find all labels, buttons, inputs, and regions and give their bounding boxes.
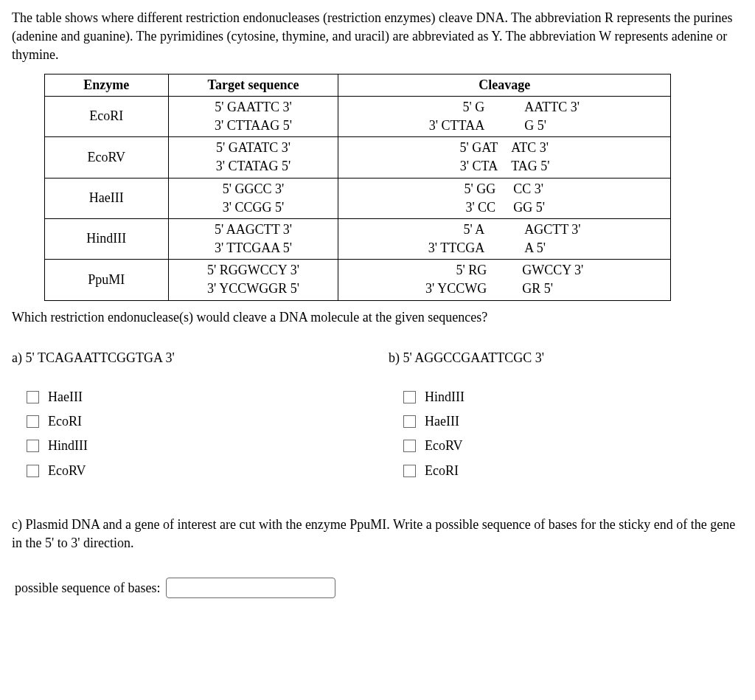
part-c-text: c) Plasmid DNA and a gene of interest ar… bbox=[12, 516, 743, 552]
checkbox-option: HindIII bbox=[403, 388, 743, 406]
a-checkbox-ecorv[interactable] bbox=[27, 465, 39, 477]
target-cell: 5' GGCC 3'3' CCGG 5' bbox=[168, 178, 338, 218]
question-text: Which restriction endonuclease(s) would … bbox=[12, 308, 743, 327]
part-b-label: b) 5' AGGCCGAATTCGC 3' bbox=[389, 349, 743, 367]
option-label: EcoRI bbox=[48, 412, 82, 431]
part-a-label: a) 5' TCAGAATTCGGTGA 3' bbox=[12, 349, 366, 367]
table-row: PpuMI5' RGGWCCY 3'3' YCCWGGR 5'5' RGGWCC… bbox=[45, 260, 671, 300]
checkbox-option: HaeIII bbox=[403, 412, 743, 431]
enzyme-cell: EcoRI bbox=[45, 96, 169, 136]
b-checkbox-ecorv[interactable] bbox=[403, 440, 416, 452]
option-label: EcoRV bbox=[425, 437, 463, 455]
cleavage-cell: 5' RGGWCCY 3'3' YCCWGGR 5' bbox=[338, 260, 671, 300]
th-target: Target sequence bbox=[168, 74, 338, 96]
option-label: EcoRV bbox=[48, 462, 86, 480]
b-checkbox-haeiii[interactable] bbox=[403, 415, 416, 428]
checkbox-option: EcoRV bbox=[403, 437, 743, 455]
enzyme-cell: HaeIII bbox=[45, 178, 169, 218]
target-cell: 5' AAGCTT 3'3' TTCGAA 5' bbox=[168, 218, 338, 259]
part-b: b) 5' AGGCCGAATTCGC 3' HindIIIHaeIIIEcoR… bbox=[389, 349, 743, 486]
table-row: EcoRI5' GAATTC 3'3' CTTAAG 5'5' GAATTC 3… bbox=[45, 96, 671, 136]
option-label: HindIII bbox=[425, 388, 465, 406]
option-label: HindIII bbox=[48, 437, 88, 455]
th-cleavage: Cleavage bbox=[338, 74, 671, 96]
b-checkbox-hindiii[interactable] bbox=[403, 391, 416, 403]
checkbox-option: EcoRV bbox=[27, 462, 366, 480]
intro-text: The table shows where different restrict… bbox=[12, 9, 743, 65]
checkbox-option: HindIII bbox=[27, 437, 366, 455]
table-row: EcoRV5' GATATC 3'3' CTATAG 5'5' GATATC 3… bbox=[45, 137, 671, 178]
checkbox-option: EcoRI bbox=[403, 462, 743, 480]
a-checkbox-hindiii[interactable] bbox=[27, 440, 39, 452]
sequence-input[interactable] bbox=[166, 578, 335, 598]
checkbox-option: EcoRI bbox=[27, 412, 366, 431]
cleavage-cell: 5' GAATTC 3'3' CTTAAG 5' bbox=[338, 96, 671, 136]
option-label: EcoRI bbox=[425, 462, 459, 480]
a-checkbox-haeiii[interactable] bbox=[27, 391, 39, 403]
enzyme-table: Enzyme Target sequence Cleavage EcoRI5' … bbox=[44, 74, 671, 301]
th-enzyme: Enzyme bbox=[45, 74, 169, 96]
table-row: HaeIII5' GGCC 3'3' CCGG 5'5' GGCC 3'3' C… bbox=[45, 178, 671, 218]
enzyme-cell: PpuMI bbox=[45, 260, 169, 300]
part-a: a) 5' TCAGAATTCGGTGA 3' HaeIIIEcoRIHindI… bbox=[12, 349, 366, 486]
a-checkbox-ecori[interactable] bbox=[27, 415, 39, 428]
target-cell: 5' GATATC 3'3' CTATAG 5' bbox=[168, 137, 338, 178]
option-label: HaeIII bbox=[48, 388, 83, 406]
option-label: HaeIII bbox=[425, 412, 459, 431]
target-cell: 5' GAATTC 3'3' CTTAAG 5' bbox=[168, 96, 338, 136]
b-checkbox-ecori[interactable] bbox=[403, 465, 416, 477]
table-row: HindIII5' AAGCTT 3'3' TTCGAA 5'5' AAGCTT… bbox=[45, 218, 671, 259]
enzyme-cell: EcoRV bbox=[45, 137, 169, 178]
cleavage-cell: 5' AAGCTT 3'3' TTCGAA 5' bbox=[338, 218, 671, 259]
cleavage-cell: 5' GATATC 3'3' CTATAG 5' bbox=[338, 137, 671, 178]
enzyme-cell: HindIII bbox=[45, 218, 169, 259]
target-cell: 5' RGGWCCY 3'3' YCCWGGR 5' bbox=[168, 260, 338, 300]
checkbox-option: HaeIII bbox=[27, 388, 366, 406]
answer-label: possible sequence of bases: bbox=[15, 579, 160, 597]
cleavage-cell: 5' GGCC 3'3' CCGG 5' bbox=[338, 178, 671, 218]
